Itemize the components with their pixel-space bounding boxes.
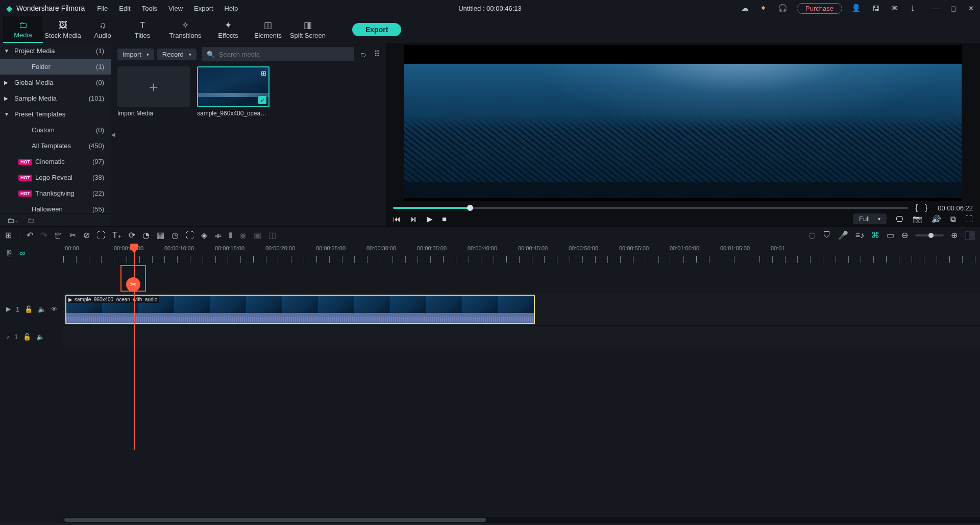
redo-button[interactable]: ↷	[40, 230, 47, 240]
expand-button[interactable]: ⛶	[186, 231, 194, 240]
play-button[interactable]: ▶	[427, 214, 433, 224]
purchase-button[interactable]: Purchase	[797, 3, 842, 14]
time-ruler[interactable]: :00:0000:00:05:0000:00:10:0000:00:15:000…	[63, 244, 980, 263]
tree-all-templates[interactable]: All Templates(450)	[0, 138, 111, 154]
voiceover-icon[interactable]: 🎤	[838, 230, 848, 240]
record-dropdown[interactable]: Record▾	[157, 49, 197, 60]
layout-icon[interactable]: ⊞	[5, 230, 12, 240]
search-input[interactable]	[219, 51, 349, 58]
preview-progress[interactable]	[393, 207, 908, 209]
headphones-icon[interactable]: 🎧	[776, 2, 790, 15]
tab-audio[interactable]: ♫Audio	[83, 16, 122, 43]
folder-icon[interactable]: 🗀	[27, 216, 34, 224]
tab-effects[interactable]: ✦Effects	[208, 16, 248, 43]
duration-button[interactable]: ◷	[172, 230, 179, 240]
tree-global-media[interactable]: ▶Global Media(0)	[0, 75, 111, 90]
timeline-scrollbar[interactable]	[63, 517, 980, 523]
tab-media[interactable]: 🗀Media	[3, 16, 43, 43]
link-icon[interactable]: ∞	[19, 249, 25, 258]
render-button[interactable]: ▣	[254, 230, 261, 240]
account-icon[interactable]: 👤	[849, 2, 863, 15]
timeline-clip[interactable]: ▶sample_960x400_ocean_with_audio	[65, 295, 535, 324]
menu-view[interactable]: View	[168, 5, 183, 12]
mail-icon[interactable]: ✉	[889, 2, 900, 15]
close-button[interactable]: ✕	[965, 5, 977, 12]
marker-icon[interactable]: ◌	[808, 230, 816, 240]
tab-elements[interactable]: ◫Elements	[248, 16, 288, 43]
tree-custom[interactable]: Custom(0)	[0, 122, 111, 138]
menu-help[interactable]: Help	[225, 5, 238, 12]
stop-button[interactable]: ■	[442, 214, 447, 223]
detach-button[interactable]: ◫	[268, 230, 276, 240]
filter-icon[interactable]: ⫐	[357, 48, 369, 61]
fit-icon[interactable]: ▭	[887, 230, 894, 240]
split-button[interactable]: ✂	[69, 230, 76, 240]
adjust-button[interactable]: ⟚	[214, 231, 222, 240]
shield-icon[interactable]: ⛉	[823, 231, 831, 240]
tree-thanksgiving[interactable]: HOTThanksgiving(22)	[0, 185, 111, 201]
greenscreen-button[interactable]: ▦	[157, 230, 164, 240]
zoom-slider[interactable]	[915, 234, 944, 236]
keyframe-button[interactable]: ◈	[201, 230, 207, 240]
tree-sample-media[interactable]: ▶Sample Media(101)	[0, 90, 111, 106]
tab-titles[interactable]: TTitles	[122, 16, 162, 43]
tab-stock-media[interactable]: 🖼Stock Media	[43, 16, 83, 43]
mark-in-icon[interactable]: {	[915, 203, 918, 212]
tree-folder[interactable]: Folder(1)	[0, 59, 111, 75]
color-button[interactable]: ◔	[142, 230, 150, 240]
mute-icon[interactable]: 🔈	[36, 333, 44, 341]
delete-button[interactable]: 🗑	[54, 231, 62, 240]
import-dropdown[interactable]: Import▾	[117, 49, 154, 60]
play-pause-button[interactable]: ⏯	[410, 214, 418, 223]
tab-split-screen[interactable]: ▥Split Screen	[288, 16, 328, 43]
crop-button[interactable]: ⛶	[97, 231, 105, 240]
menu-export[interactable]: Export	[194, 5, 213, 12]
menu-file[interactable]: File	[97, 5, 108, 12]
tree-cinematic[interactable]: HOTCinematic(97)	[0, 154, 111, 170]
grid-view-icon[interactable]: ⠿	[372, 47, 382, 61]
fullscreen-icon[interactable]: ⛶	[965, 214, 973, 223]
media-clip-tile[interactable]: ⊞✓ sample_960x400_ocean_...	[197, 66, 270, 117]
track-view-toggle[interactable]	[965, 231, 975, 240]
search-media[interactable]: 🔍	[202, 47, 354, 61]
import-media-tile[interactable]: ＋ Import Media	[117, 66, 190, 117]
tree-preset-templates[interactable]: ▼Preset Templates	[0, 106, 111, 122]
mixer-icon[interactable]: ≡♪	[855, 231, 864, 240]
snapshot-icon[interactable]: 📷	[913, 214, 922, 224]
save-icon[interactable]: 🖫	[870, 2, 882, 15]
export-button[interactable]: Export	[352, 23, 401, 36]
tree-logo-reveal[interactable]: HOTLogo Reveal(38)	[0, 170, 111, 185]
pip-icon[interactable]: ⧉	[950, 214, 956, 224]
tree-project-media[interactable]: ▼Project Media(1)	[0, 43, 111, 59]
prev-frame-button[interactable]: ⏮	[393, 214, 401, 223]
display-icon[interactable]: 🖵	[896, 214, 903, 223]
visibility-icon[interactable]: 👁	[51, 305, 58, 313]
preview-video[interactable]	[404, 45, 962, 201]
mark-out-icon[interactable]: }	[925, 203, 927, 212]
mute-icon[interactable]: 🔈	[38, 305, 46, 313]
download-icon[interactable]: ⭳	[907, 2, 919, 15]
motion-button[interactable]: ◉	[239, 230, 247, 240]
lock-icon[interactable]: 🔓	[23, 333, 31, 341]
panel-collapse-icon[interactable]: ◀	[111, 132, 116, 142]
cloud-icon[interactable]: ☁	[739, 2, 751, 15]
new-folder-icon[interactable]: 🗀₊	[7, 216, 18, 224]
menu-tools[interactable]: Tools	[142, 5, 157, 12]
undo-button[interactable]: ↶	[27, 230, 33, 240]
auto-icon[interactable]: ⌘	[871, 230, 879, 240]
volume-icon[interactable]: 🔊	[932, 214, 941, 224]
lock-icon[interactable]: 🔓	[24, 305, 33, 313]
zoom-out-button[interactable]: ⊖	[901, 230, 908, 240]
text-button[interactable]: T₊	[112, 230, 121, 240]
tab-transitions[interactable]: ✧Transitions	[162, 16, 208, 43]
menu-edit[interactable]: Edit	[119, 5, 130, 12]
tag-icon[interactable]: ⊘	[83, 230, 90, 240]
zoom-in-button[interactable]: ⊕	[951, 230, 958, 240]
audio-adjust-button[interactable]: ⫴	[229, 231, 232, 240]
minimize-button[interactable]: —	[930, 5, 942, 12]
speed-button[interactable]: ⟳	[129, 230, 135, 240]
sparkle-icon[interactable]: ✦	[758, 2, 769, 15]
quality-dropdown[interactable]: Full▾	[853, 213, 887, 224]
copy-track-icon[interactable]: ⎘	[7, 249, 12, 258]
maximize-button[interactable]: ▢	[947, 5, 960, 12]
